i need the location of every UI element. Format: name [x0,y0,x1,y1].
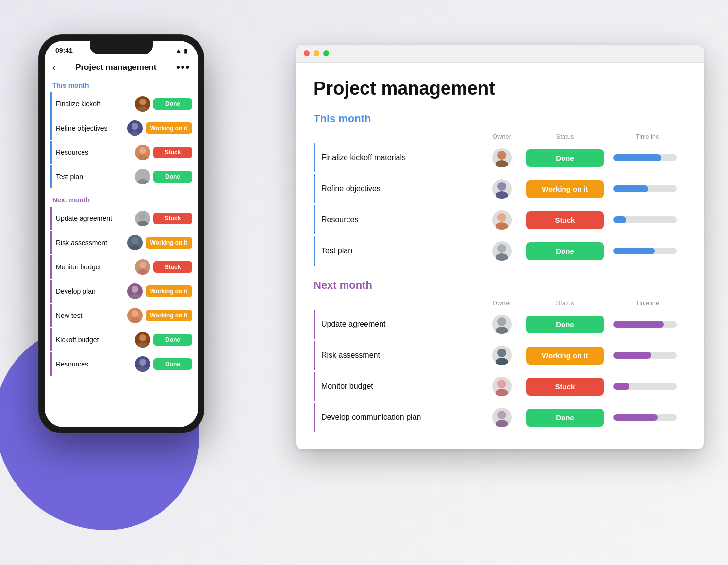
task-owner [482,408,521,427]
col-timeline-header: Timeline [609,133,686,140]
phone-row: Finalize kickoff Done [50,92,192,116]
svg-point-6 [139,171,146,178]
task-name: Test plan [321,247,482,255]
svg-point-20 [139,359,146,366]
status-badge: Stuck [153,147,192,158]
task-owner [482,346,521,365]
col-task-header [321,133,482,140]
desktop-content: Project management This month Owner Stat… [296,63,704,449]
svg-point-1 [137,106,148,112]
task-timeline [609,154,686,161]
svg-point-8 [139,213,146,220]
avatar [135,211,150,226]
task-status: Done [521,409,609,427]
svg-point-29 [496,253,508,261]
desktop-table-row: Update agreement Done [314,310,686,339]
svg-point-11 [130,245,140,250]
phone-nav-title: Project management [75,63,156,72]
status-badge: Stuck [526,378,604,396]
desktop-table-row: Risk assessment Working on it [314,341,686,370]
phone-row: Kickoff budget Done [50,328,192,351]
avatar [127,235,143,250]
task-status: Done [521,149,609,167]
phone-row: Resources Stuck [50,141,192,164]
col-owner-header: Owner [482,299,521,307]
avatar [492,241,512,261]
task-owner [482,315,521,334]
status-badge: Working on it [526,180,604,198]
phone-row-name: Test plan [56,173,132,181]
svg-point-24 [497,182,506,191]
task-name: Monitor budget [321,382,482,391]
task-owner [482,241,521,261]
timeline-bar-wrapper [613,414,677,421]
avatar [492,210,512,230]
svg-point-28 [497,244,506,253]
phone-row-name: Kickoff budget [56,336,132,344]
task-owner [482,377,521,396]
status-badge: Done [153,98,192,110]
desktop-mockup: Project management This month Owner Stat… [296,45,704,449]
task-name: Finalize kickoff materials [321,153,482,162]
phone-notch [90,41,153,54]
titlebar-minimize-dot [314,50,319,56]
timeline-bar [613,321,664,328]
task-status: Done [521,242,609,260]
status-badge: Stuck [526,211,604,229]
task-timeline [609,352,686,359]
svg-point-35 [496,389,508,396]
timeline-bar-wrapper [613,352,677,359]
titlebar-close-dot [304,50,310,56]
task-name: Develop communication plan [321,413,482,422]
task-status: Stuck [521,378,609,396]
status-badge: Done [526,149,604,167]
avatar [127,283,143,299]
phone-status-icons: ▲ ▮ [175,47,187,54]
svg-point-17 [130,318,140,323]
svg-point-23 [496,160,508,167]
status-badge: Working on it [146,310,192,321]
task-name: Resources [321,216,482,224]
avatar [135,332,150,348]
phone-mockup: 09:41 ▲ ▮ ‹ Project management ••• This … [39,35,204,433]
status-badge: Working on it [526,347,604,365]
status-badge: Working on it [146,122,192,134]
svg-point-3 [130,131,140,136]
status-badge: Done [526,316,604,333]
task-timeline [609,248,686,254]
svg-point-31 [496,327,508,334]
phone-time: 09:41 [55,47,73,54]
task-timeline [609,216,686,223]
avatar [492,408,512,427]
desktop-table-row: Monitor budget Stuck [314,372,686,401]
phone-row: Refine objectives Working on it [50,116,192,140]
svg-point-33 [496,358,508,365]
svg-point-37 [496,420,508,427]
timeline-bar-wrapper [613,321,677,328]
phone-next-month-rows: Update agreement Stuck Risk assessment [50,207,192,376]
col-task-header [321,299,482,307]
phone-back-button[interactable]: ‹ [52,62,56,73]
desktop-table-row: Test plan Done [314,236,686,266]
phone-row: Monitor budget Stuck [50,255,192,279]
phone-more-button[interactable]: ••• [176,61,190,74]
status-badge: Working on it [146,285,192,297]
col-status-header: Status [521,299,609,307]
svg-point-2 [132,123,138,130]
svg-point-12 [139,262,146,268]
task-timeline [609,185,686,192]
timeline-bar [613,248,655,254]
status-badge: Working on it [146,237,192,249]
task-owner [482,148,521,167]
desktop-next-month-title: Next month [314,279,686,292]
avatar [135,96,150,112]
phone-row-name: Develop plan [56,287,124,295]
svg-point-36 [497,411,506,419]
svg-point-30 [497,317,506,326]
svg-point-0 [139,99,146,105]
svg-point-18 [139,334,146,341]
svg-point-32 [497,349,506,357]
phone-row-name: Resources [56,149,132,156]
svg-point-10 [132,237,138,244]
col-status-header: Status [521,133,609,140]
